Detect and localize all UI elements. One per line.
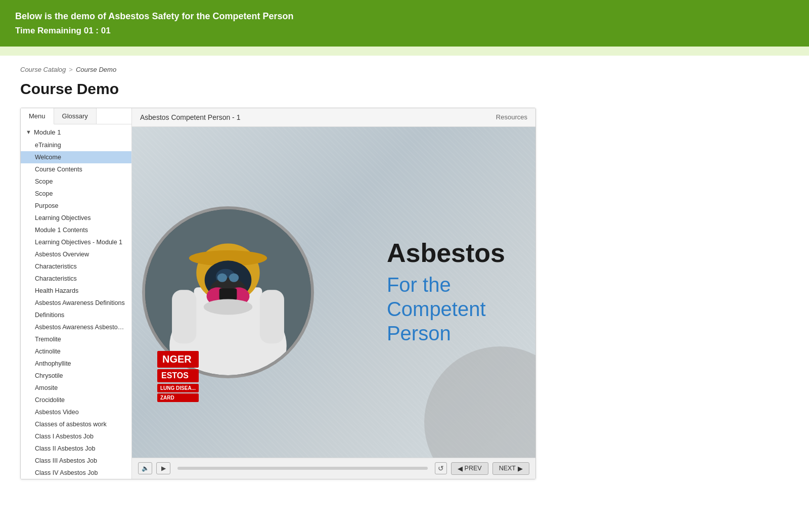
prev-button[interactable]: ◀ PREV — [451, 462, 488, 475]
sidebar-menu-item[interactable]: Class I Asbestos Job — [21, 430, 131, 442]
next-arrow-icon: ▶ — [518, 465, 523, 472]
sidebar-menu-item[interactable]: Asbestos Awareness Asbestos ... — [21, 321, 131, 333]
svg-point-13 — [204, 299, 252, 315]
module-label: Module 1 — [34, 128, 61, 136]
sidebar-menu-item[interactable]: Class IV Asbestos Job — [21, 467, 131, 479]
reload-icon: ↺ — [438, 464, 444, 472]
sidebar-menu-item[interactable]: Classes of asbestos work — [21, 418, 131, 430]
prev-arrow-icon: ◀ — [458, 465, 463, 472]
content-panel: Asbestos Competent Person - 1 Resources — [132, 108, 535, 479]
sidebar-menu-item[interactable]: Amosite — [21, 382, 131, 394]
sidebar-menu-item[interactable]: Characteristics — [21, 260, 131, 273]
menu-items-container: eTrainingWelcomeCourse ContentsScopeScop… — [21, 139, 131, 479]
sidebar-menu-item[interactable]: Asbestos Video — [21, 406, 131, 418]
tab-menu[interactable]: Menu — [21, 108, 54, 124]
volume-icon: 🔈 — [142, 465, 149, 472]
sidebar-menu-item[interactable]: Welcome — [21, 151, 131, 163]
danger-text: NGER — [157, 351, 199, 368]
sidebar-menu-item[interactable]: Scope — [21, 175, 131, 188]
resources-link[interactable]: Resources — [496, 113, 527, 121]
banner-line1: Below is the demo of Asbestos Safety for… — [15, 9, 794, 24]
svg-rect-14 — [172, 290, 196, 343]
asbestos-warning-text: ESTOS — [157, 369, 199, 382]
progress-track[interactable] — [177, 467, 428, 470]
content-header: Asbestos Competent Person - 1 Resources — [132, 108, 535, 127]
volume-button[interactable]: 🔈 — [138, 462, 152, 474]
sidebar-menu-item[interactable]: Learning Objectives — [21, 212, 131, 224]
play-icon: ▶ — [161, 465, 166, 472]
banner-line2: Time Remaining 01 : 01 — [15, 24, 794, 37]
sidebar-menu-item[interactable]: Scope — [21, 188, 131, 200]
sidebar-menu-item[interactable]: Module 1 Contents — [21, 224, 131, 236]
module-header[interactable]: ▼ Module 1 — [21, 124, 131, 139]
play-button[interactable]: ▶ — [156, 462, 170, 474]
breadcrumb-link[interactable]: Course Catalog — [20, 66, 66, 73]
top-banner: Below is the demo of Asbestos Safety for… — [0, 0, 809, 47]
breadcrumb-current: Course Demo — [76, 66, 116, 73]
sidebar-menu-item[interactable]: Crocidolite — [21, 394, 131, 406]
main-content: Course Catalog > Course Demo Course Demo… — [0, 56, 809, 500]
slide-background: NGER ESTOS LUNG DISEA... ZARD Asbestos F… — [132, 127, 535, 458]
slide-area: NGER ESTOS LUNG DISEA... ZARD Asbestos F… — [132, 127, 535, 458]
controls-bar: 🔈 ▶ ↺ ◀ PREV NEXT — [132, 458, 535, 479]
svg-rect-15 — [260, 290, 284, 343]
sidebar-menu-item[interactable]: Characteristics — [21, 273, 131, 285]
sidebar-menu-item[interactable]: eTraining — [21, 139, 131, 151]
sidebar-menu-item[interactable]: Purpose — [21, 200, 131, 212]
sidebar-menu-item[interactable]: Learning Objectives - Module 1 — [21, 236, 131, 248]
lung-disease-text: LUNG DISEA... — [157, 384, 199, 392]
content-title: Asbestos Competent Person - 1 — [140, 113, 240, 121]
page-title: Course Demo — [20, 80, 789, 98]
slide-subtitle: For the Competent Person — [387, 273, 505, 346]
danger-sign: NGER ESTOS LUNG DISEA... ZARD — [157, 351, 199, 402]
sidebar-menu-item[interactable]: Tremolite — [21, 333, 131, 345]
sidebar-menu-item[interactable]: Chrysotile — [21, 370, 131, 382]
svg-point-12 — [229, 273, 239, 282]
svg-point-11 — [217, 273, 227, 282]
sidebar: Menu Glossary ▼ Module 1 eTrainingWelcom… — [21, 108, 132, 479]
sidebar-menu-item[interactable]: Anthophyllite — [21, 358, 131, 370]
sidebar-tabs: Menu Glossary — [21, 108, 131, 124]
sidebar-menu-item[interactable]: Class II Asbestos Job — [21, 442, 131, 455]
green-strip — [0, 47, 809, 56]
reload-button[interactable]: ↺ — [435, 462, 447, 474]
sidebar-menu-item[interactable]: Health Hazards — [21, 285, 131, 297]
next-button[interactable]: NEXT ▶ — [492, 462, 529, 475]
sidebar-menu-item[interactable]: Class III Asbestos Job — [21, 455, 131, 467]
sidebar-scroll[interactable]: ▼ Module 1 eTrainingWelcomeCourse Conten… — [21, 124, 131, 479]
sidebar-menu-item[interactable]: Asbestos Awareness Definitions — [21, 297, 131, 309]
hazard-text: ZARD — [157, 393, 199, 402]
sidebar-menu-item[interactable]: Actinolite — [21, 345, 131, 358]
sidebar-menu-item[interactable]: Definitions — [21, 309, 131, 321]
breadcrumb: Course Catalog > Course Demo — [20, 66, 789, 73]
slide-title: Asbestos — [387, 239, 505, 268]
tab-glossary[interactable]: Glossary — [54, 108, 97, 124]
slide-text: Asbestos For the Competent Person — [387, 239, 505, 345]
svg-rect-10 — [219, 288, 237, 300]
course-player: Menu Glossary ▼ Module 1 eTrainingWelcom… — [20, 108, 536, 479]
sidebar-menu-item[interactable]: Course Contents — [21, 163, 131, 175]
breadcrumb-separator: > — [69, 66, 73, 73]
module-arrow-icon: ▼ — [26, 129, 31, 135]
sidebar-menu-item[interactable]: Asbestos Overview — [21, 248, 131, 260]
